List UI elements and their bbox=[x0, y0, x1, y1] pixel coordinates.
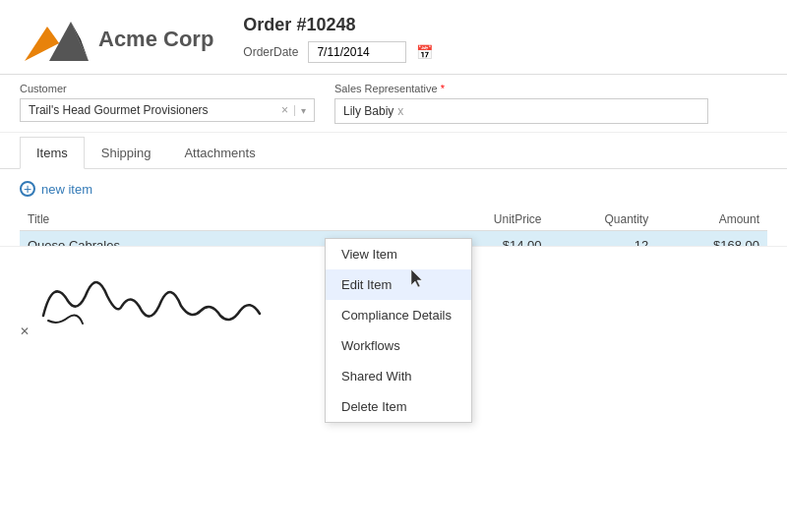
sales-rep-remove-icon[interactable]: x bbox=[397, 104, 403, 118]
menu-item-view[interactable]: View Item bbox=[326, 239, 471, 269]
customer-select-value: Trail's Head Gourmet Provisioners bbox=[29, 103, 281, 117]
new-item-button[interactable]: + new item bbox=[20, 181, 767, 197]
col-unit-price: UnitPrice bbox=[436, 208, 550, 231]
order-title: Order #10248 bbox=[243, 15, 433, 35]
customer-clear-icon[interactable]: × bbox=[281, 103, 288, 117]
sales-rep-input[interactable]: Lily Babiy x bbox=[334, 98, 708, 124]
customer-field-group: Customer Trail's Head Gourmet Provisione… bbox=[20, 83, 315, 124]
customer-row: Customer Trail's Head Gourmet Provisione… bbox=[0, 75, 787, 133]
sales-rep-field-group: Sales Representative * Lily Babiy x bbox=[334, 83, 708, 124]
required-indicator: * bbox=[441, 83, 445, 94]
sales-rep-tag: Lily Babiy x bbox=[343, 104, 403, 118]
menu-item-delete[interactable]: Delete Item bbox=[326, 391, 471, 422]
calendar-icon[interactable]: 📅 bbox=[416, 44, 433, 60]
customer-select[interactable]: Trail's Head Gourmet Provisioners × ▾ bbox=[20, 98, 315, 122]
order-info: Order #10248 OrderDate 📅 bbox=[243, 15, 433, 63]
table-header-row: Title UnitPrice Quantity Amount bbox=[20, 208, 767, 231]
menu-item-edit[interactable]: Edit Item bbox=[326, 269, 471, 300]
menu-item-compliance[interactable]: Compliance Details bbox=[326, 300, 471, 330]
order-date-row: OrderDate 📅 bbox=[243, 41, 433, 63]
signature-canvas bbox=[33, 257, 270, 335]
customer-label: Customer bbox=[20, 83, 315, 94]
plus-icon: + bbox=[20, 181, 35, 197]
tabs: Items Shipping Attachments bbox=[0, 137, 787, 169]
context-menu: View Item Edit Item Compliance Details W… bbox=[325, 238, 472, 423]
customer-dropdown-icon[interactable]: ▾ bbox=[294, 105, 306, 116]
menu-item-shared[interactable]: Shared With bbox=[326, 361, 471, 391]
sales-rep-label: Sales Representative * bbox=[334, 83, 708, 94]
logo: Acme Corp bbox=[20, 12, 213, 66]
order-date-label: OrderDate bbox=[243, 45, 298, 59]
tab-content: + new item Title UnitPrice Quantity Amou… bbox=[0, 169, 787, 359]
col-title: Title bbox=[20, 208, 376, 231]
tab-shipping[interactable]: Shipping bbox=[85, 137, 168, 169]
col-quantity: Quantity bbox=[550, 208, 657, 231]
header: Acme Corp Order #10248 OrderDate 📅 bbox=[0, 0, 787, 75]
col-amount: Amount bbox=[656, 208, 767, 231]
col-dots bbox=[376, 208, 435, 231]
tab-attachments[interactable]: Attachments bbox=[167, 137, 272, 169]
sales-rep-name: Lily Babiy bbox=[343, 104, 394, 118]
logo-text: Acme Corp bbox=[98, 27, 213, 52]
signature-close-icon[interactable]: ✕ bbox=[20, 325, 30, 338]
logo-icon bbox=[20, 12, 89, 66]
menu-item-workflows[interactable]: Workflows bbox=[326, 330, 471, 361]
new-item-label: new item bbox=[41, 182, 92, 197]
tab-items[interactable]: Items bbox=[20, 137, 85, 169]
order-date-input[interactable] bbox=[308, 41, 406, 63]
